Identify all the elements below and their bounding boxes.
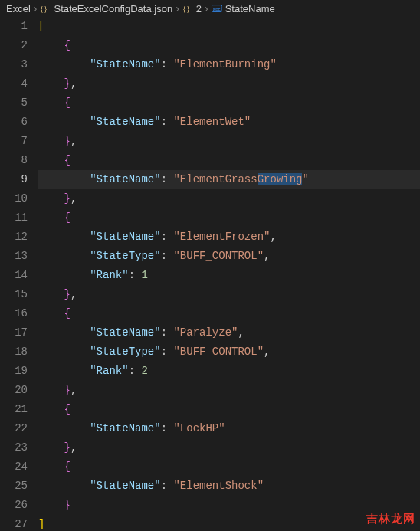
token-colon: :	[161, 326, 167, 339]
token-comma: ,	[71, 441, 77, 454]
breadcrumb-label: StateName	[225, 3, 275, 15]
code-line[interactable]: },	[38, 189, 420, 208]
code-editor[interactable]: 1234567891011121314151617181920212223242…	[0, 17, 420, 531]
breadcrumb-item-2[interactable]: {} 2	[182, 3, 202, 15]
line-number: 2	[0, 36, 28, 55]
code-line[interactable]: {	[38, 36, 420, 55]
token-comma: ,	[71, 192, 77, 205]
code-line[interactable]: {	[38, 304, 420, 323]
token-colon: :	[161, 58, 167, 70]
token-bracket-y: [	[38, 20, 44, 32]
token-colon: :	[161, 346, 167, 358]
line-number: 5	[0, 93, 28, 113]
code-line[interactable]: }	[38, 496, 420, 515]
code-line[interactable]: {	[38, 151, 420, 170]
code-line[interactable]: "StateType": "BUFF_CONTROL",	[38, 247, 420, 266]
line-number: 15	[0, 285, 28, 304]
code-line[interactable]: "StateName": "ElementWet"	[38, 113, 420, 132]
code-line[interactable]: },	[38, 285, 420, 304]
code-line[interactable]: "StateName": "ElementBurning"	[38, 55, 420, 74]
svg-text:{}: {}	[40, 5, 48, 13]
token-colon: :	[161, 173, 167, 185]
code-line[interactable]: },	[38, 381, 420, 400]
token-colon: :	[161, 480, 167, 492]
token-key: "StateName"	[90, 326, 160, 339]
breadcrumb-item-1[interactable]: {} StateExcelConfigData.json	[40, 3, 172, 15]
token-str: "ElementBurning"	[173, 58, 276, 70]
token-key: "StateType"	[90, 346, 160, 358]
token-bracket-p: {	[64, 97, 71, 109]
code-line[interactable]: {	[38, 93, 420, 113]
breadcrumb: Excel › {} StateExcelConfigData.json › {…	[0, 0, 420, 17]
code-line[interactable]: ]	[38, 515, 420, 531]
token-colon: :	[129, 365, 135, 377]
line-number: 8	[0, 151, 28, 170]
code-line[interactable]: "Rank": 2	[38, 362, 420, 381]
code-line[interactable]: {	[38, 208, 420, 228]
code-line[interactable]: "StateName": "ElementFrozen",	[38, 228, 420, 247]
token-comma: ,	[71, 135, 77, 147]
token-key: "Rank"	[90, 269, 128, 281]
code-line[interactable]: "Rank": 1	[38, 266, 420, 285]
watermark: 吉林龙网	[366, 512, 415, 526]
svg-text:{}: {}	[182, 5, 190, 13]
line-number: 22	[0, 419, 28, 438]
line-number: 11	[0, 208, 28, 228]
code-line[interactable]: },	[38, 438, 420, 457]
line-number: 14	[0, 266, 28, 285]
line-number: 20	[0, 381, 28, 400]
line-number: 24	[0, 457, 28, 477]
token-key: "StateName"	[90, 480, 160, 492]
token-comma: ,	[238, 326, 244, 339]
svg-text:abc: abc	[212, 6, 220, 11]
code-line[interactable]: "StateName": "ElementGrassGrowing"	[38, 170, 420, 189]
breadcrumb-item-0[interactable]: Excel	[6, 3, 31, 15]
token-bracket-y: ]	[38, 518, 44, 530]
token-colon: :	[161, 250, 167, 262]
chevron-right-icon: ›	[176, 2, 179, 15]
code-line[interactable]: "StateName": "Paralyze",	[38, 323, 420, 343]
line-number: 6	[0, 113, 28, 132]
token-bracket-p: }	[64, 441, 71, 454]
token-bracket-p: {	[64, 211, 71, 224]
line-number: 27	[0, 515, 28, 531]
code-content[interactable]: [ { "StateName": "ElementBurning" }, { "…	[38, 17, 420, 531]
line-number: 17	[0, 323, 28, 343]
token-str: "Paralyze"	[173, 326, 238, 339]
token-str: "BUFF_CONTROL"	[173, 346, 264, 358]
token-colon: :	[161, 231, 167, 243]
code-line[interactable]: "StateName": "LockHP"	[38, 419, 420, 438]
token-str: "BUFF_CONTROL"	[173, 250, 264, 262]
token-bracket-p: {	[64, 461, 71, 473]
token-str: "ElementWet"	[173, 116, 251, 128]
line-number: 1	[0, 17, 28, 36]
code-line[interactable]: "StateType": "BUFF_CONTROL",	[38, 343, 420, 362]
line-number-gutter: 1234567891011121314151617181920212223242…	[0, 17, 38, 531]
code-line[interactable]: },	[38, 132, 420, 151]
breadcrumb-item-3[interactable]: abc StateName	[212, 3, 275, 15]
token-comma: ,	[71, 77, 77, 90]
line-number: 9	[0, 170, 28, 189]
token-colon: :	[161, 116, 167, 128]
token-key: "StateType"	[90, 250, 160, 262]
line-number: 21	[0, 400, 28, 419]
token-bracket-p: }	[64, 192, 71, 205]
braces-icon: {}	[182, 3, 193, 14]
code-line[interactable]: {	[38, 400, 420, 419]
token-num: 1	[141, 269, 147, 281]
token-bracket-p: {	[64, 403, 71, 415]
token-bracket-p: }	[64, 499, 71, 511]
code-line[interactable]: "StateName": "ElementShock"	[38, 477, 420, 496]
line-number: 12	[0, 228, 28, 247]
code-line[interactable]: [	[38, 17, 420, 36]
token-key: "StateName"	[90, 422, 160, 434]
token-num: 2	[141, 365, 147, 377]
token-key: "Rank"	[90, 365, 128, 377]
line-number: 23	[0, 438, 28, 457]
line-number: 16	[0, 304, 28, 323]
breadcrumb-label: StateExcelConfigData.json	[54, 3, 172, 15]
code-line[interactable]: },	[38, 74, 420, 93]
code-line[interactable]: {	[38, 457, 420, 477]
token-bracket-p: }	[64, 288, 71, 300]
token-bracket-p: }	[64, 135, 71, 147]
